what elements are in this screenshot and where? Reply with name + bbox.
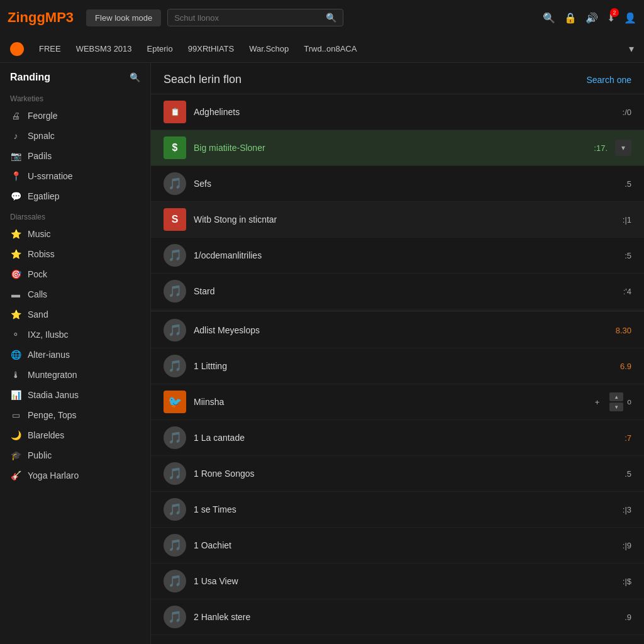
sidebar-icon-muntegraton: 🌡 — [10, 370, 21, 380]
track-thumb: 🎵 — [164, 172, 186, 195]
track-row[interactable]: 🎵 1 se Times :|3 — [151, 492, 644, 528]
mode-button[interactable]: Flew look mode — [86, 9, 161, 26]
sidebar-icon-public: 🎓 — [10, 450, 21, 460]
track-name: 1 Rone Songos — [194, 469, 617, 479]
sidebar-label-padils: Padils — [28, 151, 52, 161]
sidebar-label-feorgle: Feorgle — [28, 111, 57, 121]
sidebar-item-spnalc[interactable]: ♪ Spnalc — [0, 126, 150, 146]
sidebar-item-penge[interactable]: ▭ Penge, Tops — [0, 405, 150, 425]
user-icon[interactable]: 👤 — [624, 12, 636, 24]
sidebar-icon-music: ⭐ — [10, 229, 21, 239]
sidebar-item-robiss[interactable]: ⭐ Robiss — [0, 244, 150, 264]
download-icon[interactable]: ⬇ 2 — [607, 12, 615, 24]
track-thumb: 🎵 — [164, 426, 186, 449]
track-duration: :|9 — [623, 541, 631, 550]
track-duration: :|$ — [623, 577, 631, 586]
nav-more-button[interactable]: ▾ — [629, 43, 634, 55]
sidebar-icon-padils: 📷 — [10, 151, 21, 161]
nav-item-trwd[interactable]: Trwd..on8ACA — [304, 42, 357, 56]
sidebar-label-spnalc: Spnalc — [28, 131, 55, 141]
sidebar-item-blareldes[interactable]: 🌙 Blareldes — [0, 425, 150, 445]
nav-item-99x[interactable]: 99XRtHIATS — [188, 42, 234, 56]
sidebar-icon-feorgle: 🖨 — [10, 111, 21, 121]
nav-logo-dot[interactable] — [10, 42, 24, 56]
nav-item-epterio[interactable]: Epterio — [147, 42, 173, 56]
track-row[interactable]: 🎵 1 La cantade :7 — [151, 420, 644, 456]
content-title: Seach lerin flon — [164, 73, 242, 86]
sidebar-item-sand[interactable]: ⭐ Sand — [0, 304, 150, 325]
track-row[interactable]: 🎵 2 Hanlek stere .9 — [151, 599, 644, 635]
sidebar-label-yoga: Yoga Harlaro — [28, 470, 79, 480]
sidebar-item-muntegraton[interactable]: 🌡 Muntegraton — [0, 365, 150, 385]
track-row[interactable]: 🎵 1 Usa View :|$ — [151, 564, 644, 599]
track-row[interactable]: $ Big miatiite-Sloner :17. ▾ — [151, 130, 644, 166]
sidebar-item-stadia[interactable]: 📊 Stadia Janus — [0, 385, 150, 405]
track-duration: 6.9 — [620, 362, 631, 371]
track-thumb: 🎵 — [164, 280, 186, 303]
track-row[interactable]: 🎵 1 Littting 6.9 — [151, 348, 644, 384]
search-icon[interactable]: 🔍 — [543, 12, 555, 24]
sidebar-item-alter[interactable]: 🌐 Alter-ianus — [0, 345, 150, 365]
nav-item-websm3[interactable]: WEBSM3 2013 — [76, 42, 132, 56]
sidebar-item-music[interactable]: ⭐ Music — [0, 224, 150, 244]
sidebar-label-public: Public — [28, 450, 52, 460]
nav-item-free[interactable]: FREE — [39, 42, 61, 56]
sidebar-icon-spnalc: ♪ — [10, 131, 21, 141]
sidebar-item-egatliep[interactable]: 💬 Egatliep — [0, 186, 150, 206]
track-row[interactable]: S Witb Stong in sticntar :|1 — [151, 202, 644, 238]
nav-item-war[interactable]: War.Schop — [249, 42, 289, 56]
track-duration: :|1 — [623, 215, 631, 225]
track-thumb: $ — [164, 136, 186, 159]
sidebar-icon-penge: ▭ — [10, 410, 21, 420]
sidebar-item-ixz[interactable]: ⚬ IXz, Ilusbc — [0, 325, 150, 345]
track-thumb: 🎵 — [164, 319, 186, 341]
mini-up-button[interactable]: ▲ — [609, 392, 623, 401]
track-duration: .5 — [625, 469, 631, 479]
track-row[interactable]: 📋 Adghelinets :/0 — [151, 94, 644, 130]
sidebar-item-calls[interactable]: ▬ Calls — [0, 284, 150, 304]
track-duration: :5 — [625, 251, 631, 260]
expand-button[interactable]: ▾ — [615, 140, 631, 156]
track-duration: :|3 — [623, 505, 631, 514]
sidebar-icon-calls: ▬ — [10, 289, 21, 299]
search-bar: 🔍 — [167, 9, 343, 26]
track-name: 1/ocdemanlitrilies — [194, 250, 617, 260]
track-row[interactable]: 🎵 1 Oachiet :|9 — [151, 528, 644, 564]
track-name: Miinsha — [194, 397, 587, 407]
sidebar-item-yoga[interactable]: 🎸 Yoga Harlaro — [0, 465, 150, 486]
track-row[interactable]: 🎵 Stard :'4 — [151, 274, 644, 309]
sidebar-item-feorgle[interactable]: 🖨 Feorgle — [0, 106, 150, 126]
sidebar-item-public[interactable]: 🎓 Public — [0, 445, 150, 465]
main-layout: Randing 🔍 Warketies 🖨 Feorgle ♪ Spnalc 📷… — [0, 63, 644, 644]
sidebar-icon-sand: ⭐ — [10, 309, 21, 319]
search-one-link[interactable]: Search one — [586, 75, 631, 85]
sidebar-title: Randing — [10, 72, 50, 83]
track-row[interactable]: 🎵 Adlist Meyeslops 8.30 — [151, 313, 644, 348]
track-row[interactable]: 🐦 Miinsha + ▲ ▼ o — [151, 384, 644, 420]
track-thumb: 🎵 — [164, 244, 186, 267]
lock-icon[interactable]: 🔒 — [564, 12, 577, 24]
track-row[interactable]: 🎵 1 Rone Songos .5 — [151, 456, 644, 492]
track-name: 1 La cantade — [194, 433, 617, 443]
track-thumb: 🐦 — [164, 391, 186, 413]
track-duration: :'4 — [623, 287, 631, 296]
mini-down-button[interactable]: ▼ — [609, 402, 623, 411]
track-thumb: 🎵 — [164, 606, 186, 628]
track-name: 1 Oachiet — [194, 540, 615, 550]
track-name: Adlist Meyeslops — [194, 325, 608, 335]
sidebar-item-pock[interactable]: 🎯 Pock — [0, 264, 150, 284]
search-submit-button[interactable]: 🔍 — [326, 13, 336, 23]
sidebar-label-calls: Calls — [28, 289, 47, 299]
track-row[interactable]: 🎵 1/ocdemanlitrilies :5 — [151, 238, 644, 274]
search-input[interactable] — [174, 13, 326, 23]
sidebar-item-ussrnatioe[interactable]: 📍 U-ssrnatioe — [0, 166, 150, 186]
mini-controls: ▲ ▼ — [609, 392, 623, 411]
sidebar-search-icon[interactable]: 🔍 — [130, 72, 140, 82]
sidebar: Randing 🔍 Warketies 🖨 Feorgle ♪ Spnalc 📷… — [0, 63, 151, 644]
sidebar-icon-ixz: ⚬ — [10, 330, 21, 340]
volume-icon[interactable]: 🔊 — [586, 12, 598, 24]
track-duration: + — [595, 397, 600, 407]
sidebar-item-padils[interactable]: 📷 Padils — [0, 146, 150, 166]
track-name: Adghelinets — [194, 107, 615, 117]
track-row[interactable]: 🎵 Sefs .5 — [151, 166, 644, 202]
